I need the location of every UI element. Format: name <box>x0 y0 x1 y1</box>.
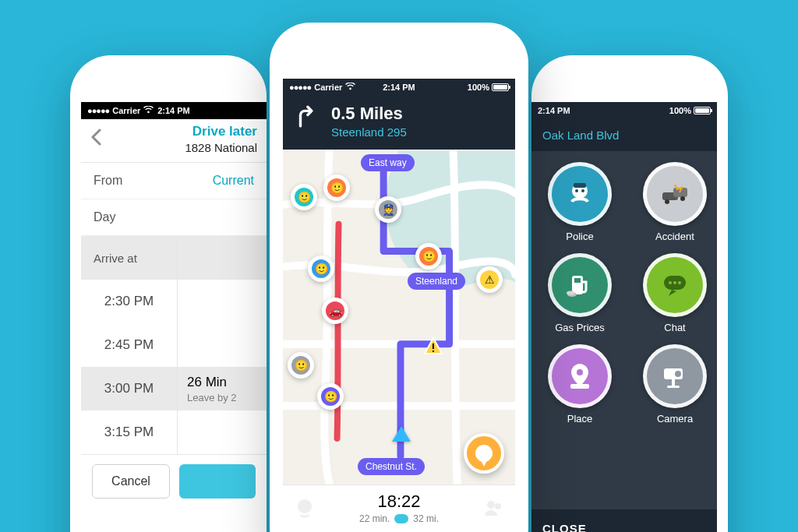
drive-later-header: Drive later 1828 National <box>81 119 267 163</box>
place-icon <box>548 344 612 408</box>
from-row[interactable]: From Current <box>81 163 267 199</box>
wazer-pin[interactable]: 🙂 <box>288 352 314 379</box>
from-value: Current <box>213 174 254 188</box>
from-label: From <box>94 174 122 188</box>
report-accident[interactable]: Accident <box>634 162 715 242</box>
hazard-icon[interactable] <box>423 336 443 357</box>
status-bar: 2:14 PM 100% <box>531 102 717 119</box>
friends-icon[interactable] <box>482 497 504 519</box>
svg-rect-26 <box>667 386 680 388</box>
police-pin[interactable]: 👮 <box>375 196 401 223</box>
police-icon <box>548 162 612 226</box>
back-button[interactable] <box>90 124 114 149</box>
svg-rect-22 <box>570 384 589 389</box>
svg-rect-14 <box>574 278 581 283</box>
clock-label: 2:14 PM <box>538 106 570 115</box>
status-bar: ●●●●● Carrier 2:14 PM <box>81 102 267 119</box>
report-label: Chat <box>634 322 715 333</box>
svg-point-18 <box>669 281 672 284</box>
speech-bubble-icon <box>475 445 493 462</box>
distance-label: 0.5 Miles <box>331 104 407 124</box>
report-button[interactable] <box>464 433 504 474</box>
svg-point-21 <box>577 369 583 375</box>
waze-badge-icon <box>394 514 408 523</box>
detail-cell <box>178 410 267 454</box>
report-label: Camera <box>634 413 715 425</box>
wazer-pin[interactable]: 🙂 <box>308 255 334 282</box>
svg-rect-0 <box>433 344 434 349</box>
report-label: Place <box>539 413 620 425</box>
report-police[interactable]: Police <box>539 162 620 242</box>
map-label-steenland: Steenland <box>408 273 465 290</box>
detail-header-spacer <box>178 236 267 280</box>
gas-icon <box>548 253 612 317</box>
time-option-selected[interactable]: 3:00 PM <box>81 367 177 410</box>
traffic-pin[interactable]: 🚗 <box>322 298 348 324</box>
wazer-pin[interactable]: 🙂 <box>317 383 344 410</box>
eta-bar[interactable]: 18:22 22 min. 32 mi. <box>283 484 515 532</box>
accident-icon <box>643 162 707 226</box>
eta-minutes: 22 min. <box>359 513 390 524</box>
detail-cell <box>178 323 267 367</box>
turn-right-icon <box>294 104 320 133</box>
time-picker[interactable]: Arrive at 2:30 PM 2:45 PM 3:00 PM 3:15 P… <box>81 236 267 454</box>
report-label: Gas Prices <box>539 322 620 333</box>
eta-miles: 32 mi. <box>413 513 439 524</box>
signal-icon: ●●●●● <box>289 83 311 92</box>
wifi-icon <box>345 83 355 92</box>
report-place[interactable]: Place <box>539 344 620 425</box>
svg-point-4 <box>495 503 501 509</box>
duration-label: 26 Min <box>187 375 257 390</box>
report-label: Police <box>539 231 620 242</box>
report-gas[interactable]: Gas Prices <box>539 253 620 333</box>
chat-icon <box>643 253 707 317</box>
drive-later-footer: Cancel <box>81 454 267 508</box>
svg-point-16 <box>567 291 574 295</box>
report-camera[interactable]: Camera <box>634 344 715 425</box>
next-street-label: Steenland 295 <box>331 125 407 139</box>
time-option[interactable]: 2:30 PM <box>81 280 177 323</box>
svg-point-3 <box>487 501 495 509</box>
time-option[interactable]: 3:15 PM <box>81 410 177 454</box>
current-location-icon <box>392 426 411 442</box>
day-label: Day <box>94 210 115 224</box>
report-street-label: Oak Land Blvd <box>531 119 717 151</box>
time-option[interactable]: 2:45 PM <box>81 323 177 367</box>
page-title: Drive later <box>114 124 257 139</box>
carrier-label: Carrier <box>112 106 140 115</box>
wazer-pin[interactable]: 🙂 <box>323 174 350 201</box>
report-chat[interactable]: Chat <box>634 253 715 333</box>
battery-icon <box>694 107 711 115</box>
svg-point-20 <box>678 281 681 284</box>
svg-rect-6 <box>574 183 586 188</box>
eta-time: 18:22 <box>316 491 482 512</box>
svg-point-2 <box>298 499 312 513</box>
map-label-eastway: East way <box>361 154 415 171</box>
battery-label: 100% <box>669 106 691 115</box>
detail-cell <box>178 280 267 323</box>
phone-navigation: ●●●●● Carrier 2:14 PM 100% 0.5 Miles Ste… <box>270 23 528 532</box>
wazer-pin[interactable]: 🙂 <box>291 184 317 210</box>
hazard-pin[interactable]: ⚠ <box>476 266 503 293</box>
battery-label: 100% <box>468 83 489 92</box>
svg-point-7 <box>575 189 578 192</box>
close-button[interactable]: CLOSE <box>531 509 717 532</box>
go-button[interactable] <box>179 464 256 499</box>
phone-drive-later: ●●●●● Carrier 2:14 PM Drive later 1828 N… <box>70 55 267 532</box>
wazer-pin[interactable]: 🙂 <box>415 243 442 270</box>
clock-label: 2:14 PM <box>383 83 415 92</box>
arrive-at-label: Arrive at <box>81 236 177 280</box>
detail-cell-selected: 26 Min Leave by 2 <box>178 367 267 410</box>
svg-point-8 <box>581 189 584 192</box>
destination-label: 1828 National <box>114 141 257 154</box>
map-label-chestnut: Chestnut St. <box>358 458 425 475</box>
day-row[interactable]: Day <box>81 199 267 236</box>
map-view[interactable]: East way Steenland Chestnut St. 🙂 🙂 👮 🙂 … <box>283 150 515 484</box>
carrier-label: Carrier <box>314 83 342 92</box>
cancel-button[interactable]: Cancel <box>92 464 170 499</box>
report-label: Accident <box>634 231 715 242</box>
camera-icon <box>643 344 707 408</box>
svg-point-24 <box>675 371 681 377</box>
svg-point-12 <box>680 196 685 201</box>
wifi-icon <box>143 106 154 115</box>
